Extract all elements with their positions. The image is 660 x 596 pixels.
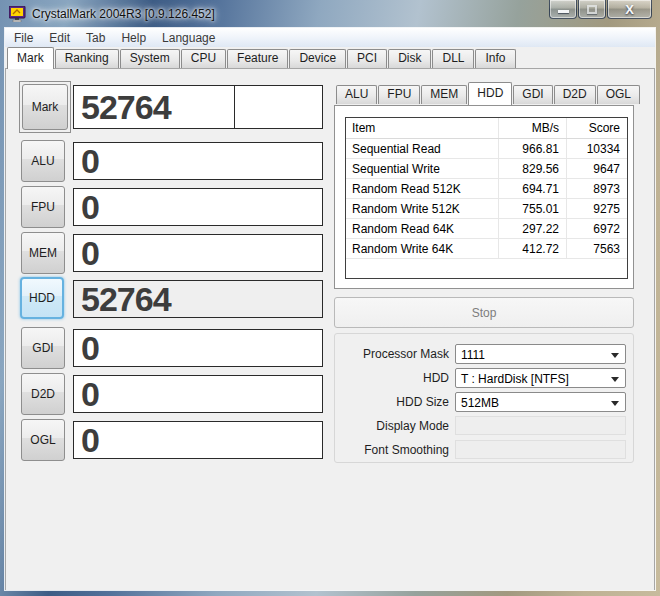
mark-score-display: 52764 [73,85,323,129]
ogl-benchmark-button[interactable]: OGL [21,419,65,461]
alu-benchmark-button[interactable]: ALU [21,140,65,182]
maximize-icon [587,5,597,14]
titlebar: CrystalMark 2004R3 [0.9.126.452] X [0,0,660,28]
menu-file[interactable]: File [6,29,41,47]
cell-score: 7563 [566,239,627,258]
tab-info[interactable]: Info [475,49,515,68]
cell-item: Random Read 64K [346,219,498,238]
window-content: File Edit Tab Help Language Mark Ranking… [5,28,655,590]
alu-score-value: 0 [81,142,99,180]
font-smoothing-field [455,440,626,459]
menu-edit[interactable]: Edit [41,29,78,47]
subtab-d2d[interactable]: D2D [554,85,596,104]
table-row[interactable]: Sequential Write 829.56 9647 [346,159,627,179]
fpu-benchmark-button[interactable]: FPU [21,186,65,228]
table-row[interactable]: Random Write 512K 755.01 9275 [346,199,627,219]
table-row[interactable]: Random Read 512K 694.71 8973 [346,179,627,199]
menu-help[interactable]: Help [113,29,154,47]
ogl-score-value: 0 [81,421,99,459]
tab-dll[interactable]: DLL [432,49,474,68]
menubar: File Edit Tab Help Language [5,28,655,47]
cell-mbs: 966.81 [498,139,566,158]
cell-mbs: 412.72 [498,239,566,258]
table-row[interactable]: Random Write 64K 412.72 7563 [346,239,627,259]
subtab-ogl[interactable]: OGL [597,85,640,104]
cell-item: Sequential Write [346,159,498,178]
cell-mbs: 829.56 [498,159,566,178]
window-title: CrystalMark 2004R3 [0.9.126.452] [32,7,215,21]
hdd-label: HDD [335,368,449,388]
tab-cpu[interactable]: CPU [181,49,226,68]
hdd-score-display: 52764 [73,280,323,318]
cell-mbs: 694.71 [498,179,566,198]
cell-score: 10334 [566,139,627,158]
stop-button[interactable]: Stop [334,297,634,328]
hdd-size-value: 512MB [461,396,499,410]
cell-item: Random Write 512K [346,199,498,218]
subtab-hdd[interactable]: HDD [468,82,512,105]
processor-mask-value: 1111 [461,348,485,362]
main-tabstrip: Mark Ranking System CPU Feature Device P… [5,47,655,68]
app-icon [9,6,27,22]
close-button[interactable]: X [607,0,652,19]
menu-language[interactable]: Language [154,29,223,47]
table-row[interactable]: Random Read 64K 297.22 6972 [346,219,627,239]
hdd-value: T : HardDisk [NTFS] [461,372,569,386]
d2d-benchmark-button[interactable]: D2D [21,373,65,415]
tab-device[interactable]: Device [289,49,346,68]
processor-mask-label: Processor Mask [335,344,449,364]
close-icon: X [625,3,634,16]
column-header-item[interactable]: Item [346,118,498,138]
alu-score-display: 0 [73,142,323,180]
display-mode-label: Display Mode [335,416,449,436]
mark-score-value: 52764 [81,88,171,127]
menu-tab[interactable]: Tab [78,29,113,47]
tab-pci[interactable]: PCI [347,49,387,68]
processor-mask-select[interactable]: 1111 [455,344,626,364]
tab-disk[interactable]: Disk [388,49,431,68]
chevron-down-icon [611,353,619,358]
tab-feature[interactable]: Feature [227,49,288,68]
tab-mark[interactable]: Mark [7,47,54,69]
column-header-score[interactable]: Score [566,118,627,138]
mem-score-value: 0 [81,234,99,272]
subtab-mem[interactable]: MEM [421,85,467,104]
subtab-gdi[interactable]: GDI [513,85,552,104]
column-header-mbs[interactable]: MB/s [498,118,566,138]
font-smoothing-label: Font Smoothing [335,440,449,460]
mem-score-display: 0 [73,234,323,272]
mark-benchmark-button[interactable]: Mark [22,84,68,130]
d2d-score-display: 0 [73,375,323,413]
cell-score: 6972 [566,219,627,238]
window-controls: X [549,0,652,19]
result-subtabs: ALU FPU MEM HDD GDI D2D OGL [336,82,641,104]
hdd-size-select[interactable]: 512MB [455,392,626,412]
tab-ranking[interactable]: Ranking [55,49,119,68]
ogl-score-display: 0 [73,421,323,459]
chevron-down-icon [611,401,619,406]
subtab-fpu[interactable]: FPU [378,85,420,104]
fpu-score-display: 0 [73,188,323,226]
cell-item: Sequential Read [346,139,498,158]
table-row[interactable]: Sequential Read 966.81 10334 [346,139,627,159]
cell-score: 8973 [566,179,627,198]
cell-score: 9647 [566,159,627,178]
subtab-alu[interactable]: ALU [336,85,377,104]
cell-mbs: 297.22 [498,219,566,238]
hdd-result-table: Item MB/s Score Sequential Read 966.81 1… [345,117,628,279]
hdd-score-value: 52764 [81,280,171,318]
minimize-button[interactable] [549,0,577,19]
hdd-benchmark-button[interactable]: HDD [20,277,64,319]
mark-page: Mark 52764 ALU 0 FPU 0 MEM 0 HDD 52764 [5,68,655,590]
cell-item: Random Write 64K [346,239,498,258]
gdi-score-value: 0 [81,329,99,367]
mem-benchmark-button[interactable]: MEM [21,232,65,274]
gdi-benchmark-button[interactable]: GDI [21,327,65,369]
tab-system[interactable]: System [120,49,180,68]
hdd-select[interactable]: T : HardDisk [NTFS] [455,368,626,388]
hdd-result-panel: Item MB/s Score Sequential Read 966.81 1… [334,105,634,289]
minimize-icon [558,10,569,13]
maximize-button[interactable] [578,0,606,19]
fpu-score-value: 0 [81,188,99,226]
table-header-row: Item MB/s Score [346,118,627,139]
